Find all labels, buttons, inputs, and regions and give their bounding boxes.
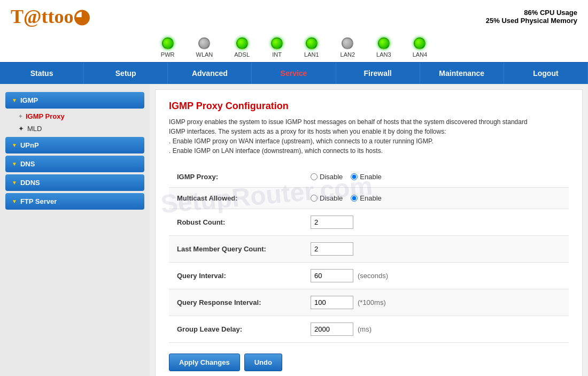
status-indicators: PWRWLANADSLINTLAN1LAN2LAN3LAN4 [0,33,588,62]
field-control: DisableEnable [303,188,569,209]
led-int [271,37,283,49]
sidebar-group-upnp: ▼UPnP [5,137,144,154]
sidebar-item-igmp[interactable]: ▼IGMP [5,92,144,109]
indicator-lan3: LAN3 [376,37,391,58]
indicator-lan2: LAN2 [341,37,355,58]
indicator-label: ADSL [234,51,250,58]
main-layout: SetupRouter.com ▼IGMP✦IGMP Proxy✦MLD▼UPn… [0,84,588,376]
led-pwr [162,37,174,49]
led-lan2 [342,37,353,49]
text-input-robust-count[interactable] [311,216,353,229]
field-label: Query Response Interval: [169,289,303,316]
field-label: Group Leave Delay: [169,316,303,343]
sidebar-item-label: DNS [20,160,35,168]
form-row: Multicast Allowed:DisableEnable [169,188,569,209]
description-line: . Enable IGMP on LAN interface (downstre… [169,146,569,156]
nav-item-service[interactable]: Service [252,63,336,84]
nav-item-advanced[interactable]: Advanced [168,63,252,84]
indicator-label: LAN4 [413,51,428,58]
field-control: DisableEnable [303,166,569,188]
form-row: Group Leave Delay:(ms) [169,316,569,343]
indicator-pwr: PWR [161,37,175,58]
indicator-adsl: ADSL [234,37,250,58]
radio-label-disable[interactable]: Disable [311,194,343,202]
led-lan4 [414,37,425,49]
sidebar-item-label: UPnP [20,141,39,149]
radio-input-enable[interactable] [351,195,358,202]
radio-label-enable[interactable]: Enable [351,194,381,202]
description-line: IGMP proxy enables the system to issue I… [169,117,569,127]
field-control [303,209,569,236]
apply-changes-button[interactable]: Apply Changes [169,354,240,371]
indicator-label: PWR [161,51,175,58]
header: T@ttoo◕ 86% CPU Usage 25% Used Physical … [0,0,588,33]
arrow-icon: ▼ [12,97,17,103]
text-input-query-interval[interactable] [311,269,353,282]
sidebar-sub-label: MLD [27,125,42,133]
radio-option-text: Disable [320,194,343,202]
radio-option-text: Disable [320,173,343,181]
radio-input-disable[interactable] [311,173,318,180]
form-row: Robust Count: [169,209,569,236]
arrow-icon: ▼ [12,142,17,148]
description: IGMP proxy enables the system to issue I… [169,117,569,156]
form-row: Last Member Query Count: [169,236,569,263]
led-adsl [236,37,248,49]
nav-item-status[interactable]: Status [0,63,84,84]
form-row: Query Interval:(seconds) [169,263,569,289]
indicator-label: WLAN [196,51,213,58]
led-lan3 [378,37,390,49]
led-lan1 [306,37,318,49]
bullet-icon: ✦ [18,125,24,133]
text-input-group-leave-delay[interactable] [311,323,353,336]
indicator-lan1: LAN1 [304,37,319,58]
field-control [303,236,569,263]
undo-button[interactable]: Undo [244,354,282,371]
config-form: IGMP Proxy:DisableEnableMulticast Allowe… [169,166,569,343]
sidebar-item-ftp-server[interactable]: ▼FTP Server [5,193,144,210]
radio-group: DisableEnable [311,173,561,181]
indicator-label: LAN1 [304,51,319,58]
arrow-icon: ▼ [12,161,17,167]
form-row: Query Response Interval:(*100ms) [169,289,569,316]
form-row: IGMP Proxy:DisableEnable [169,166,569,188]
arrow-icon: ▼ [12,180,17,186]
indicator-label: LAN3 [376,51,391,58]
radio-group: DisableEnable [311,194,561,202]
sidebar-item-upnp[interactable]: ▼UPnP [5,137,144,154]
radio-label-disable[interactable]: Disable [311,173,343,181]
radio-option-text: Enable [360,194,381,202]
indicator-lan4: LAN4 [413,37,428,58]
content-area: IGMP Proxy Configuration IGMP proxy enab… [155,89,583,376]
field-label: Query Interval: [169,263,303,289]
unit-label: (*100ms) [358,298,386,306]
indicator-label: LAN2 [341,51,355,58]
sidebar-item-ddns[interactable]: ▼DDNS [5,174,144,191]
text-input-query-response-interval[interactable] [311,296,353,309]
nav-item-firewall[interactable]: Firewall [336,63,420,84]
text-input-last-member-query-count[interactable] [311,242,353,256]
sidebar-item-dns[interactable]: ▼DNS [5,156,144,172]
button-row: Apply Changes Undo [169,354,569,371]
radio-input-enable[interactable] [351,173,358,180]
sidebar-group-dns: ▼DNS [5,156,144,172]
radio-input-disable[interactable] [311,195,318,202]
indicator-int: INT [271,37,283,58]
field-control: (seconds) [303,263,569,289]
nav-item-setup[interactable]: Setup [84,63,168,84]
sidebar-sub-label: IGMP Proxy [26,112,65,120]
radio-label-enable[interactable]: Enable [351,173,381,181]
sidebar-group-ddns: ▼DDNS [5,174,144,191]
nav-item-logout[interactable]: Logout [504,63,588,84]
indicator-wlan: WLAN [196,37,213,58]
field-label: Robust Count: [169,209,303,236]
sidebar-sub-igmp-proxy[interactable]: ✦IGMP Proxy [5,110,144,122]
description-line: IGMP interfaces. The system acts as a pr… [169,127,569,136]
sidebar-sub-mld[interactable]: ✦MLD [5,122,144,135]
sidebar-group-igmp: ▼IGMP✦IGMP Proxy✦MLD [5,92,144,135]
radio-option-text: Enable [360,173,381,181]
cpu-usage: 86% CPU Usage [486,9,577,17]
main-nav: StatusSetupAdvancedServiceFirewallMainte… [0,62,588,84]
sidebar-group-ftp-server: ▼FTP Server [5,193,144,210]
nav-item-maintenance[interactable]: Maintenance [420,63,504,84]
